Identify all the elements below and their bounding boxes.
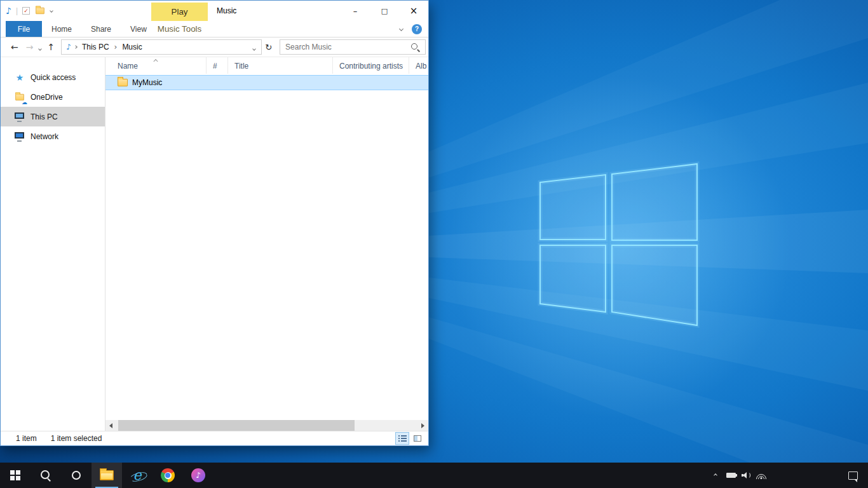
chevron-down-icon [50, 9, 53, 13]
status-bar: 1 item 1 item selected [1, 431, 428, 445]
sidebar-item-onedrive[interactable]: ☁ OneDrive [1, 87, 105, 107]
file-explorer-window: ♪ | ✓ Play Music – □ × File Home Share [0, 0, 429, 446]
triangle-right-icon [421, 423, 424, 428]
column-header-name[interactable]: Name [105, 57, 207, 74]
column-header-number[interactable]: # [207, 57, 228, 74]
navigation-pane: ★ Quick access ☁ OneDrive This PC Net [1, 57, 105, 431]
ribbon-tab-row: File Home Share View Music Tools ? [1, 21, 428, 37]
sidebar-item-label: Network [31, 132, 58, 141]
sort-ascending-icon [153, 59, 158, 64]
cortana-button[interactable] [61, 463, 92, 488]
item-count: 1 item [16, 434, 37, 443]
file-name: MyMusic [132, 78, 162, 87]
chevron-right-icon[interactable] [74, 45, 78, 49]
back-button[interactable]: ← [7, 41, 22, 53]
cortana-icon [72, 471, 81, 480]
windows-logo-icon [10, 470, 20, 480]
expand-ribbon-button[interactable] [398, 26, 404, 32]
address-bar[interactable]: ♪ This PC › Music [61, 39, 262, 55]
battery-button[interactable] [723, 463, 738, 488]
minimize-button[interactable]: – [341, 1, 370, 21]
system-tray [708, 463, 769, 488]
search-box[interactable] [280, 39, 426, 55]
chevron-down-icon [39, 47, 43, 51]
navigation-toolbar: ← → ↑ ♪ This PC › Music ↻ [1, 37, 428, 57]
horizontal-scrollbar[interactable] [105, 420, 428, 431]
search-icon [40, 470, 51, 481]
speaker-icon [741, 471, 752, 480]
chevron-down-icon [399, 27, 403, 31]
itunes-icon: ♪ [191, 468, 205, 482]
column-label: Contributing artists [339, 62, 403, 71]
search-input[interactable] [280, 43, 410, 51]
column-header-contributing-artists[interactable]: Contributing artists [333, 57, 409, 74]
tab-share[interactable]: Share [81, 21, 121, 37]
network-button[interactable] [754, 463, 769, 488]
internet-explorer-button[interactable]: e [122, 463, 153, 488]
start-button[interactable] [0, 463, 31, 488]
chevron-up-icon [714, 473, 717, 477]
internet-explorer-icon: e [133, 468, 141, 482]
chevron-down-icon [252, 47, 256, 51]
details-view-button[interactable] [395, 432, 409, 445]
up-button[interactable]: ↑ [43, 41, 58, 53]
scroll-right-button[interactable] [417, 420, 428, 431]
large-icons-view-button[interactable] [410, 432, 424, 445]
chrome-button[interactable] [153, 463, 183, 488]
file-list[interactable]: MyMusic [105, 74, 428, 420]
column-header-album[interactable]: Alb [409, 57, 428, 74]
forward-button[interactable]: → [22, 41, 37, 53]
tab-home[interactable]: Home [42, 21, 81, 37]
large-icons-view-icon [414, 435, 421, 442]
recent-locations-button[interactable] [37, 41, 43, 53]
window-title: Music [217, 1, 236, 21]
scrollbar-track[interactable] [116, 420, 417, 431]
scroll-left-button[interactable] [105, 420, 116, 431]
chrome-icon [161, 468, 175, 482]
window-body: ★ Quick access ☁ OneDrive This PC Net [1, 57, 428, 431]
maximize-button[interactable]: □ [370, 1, 399, 21]
scrollbar-thumb[interactable] [118, 420, 355, 431]
onedrive-icon: ☁ [15, 92, 25, 102]
taskbar-file-explorer-button[interactable] [92, 463, 122, 488]
music-note-icon: ♪ [6, 6, 11, 16]
file-list-pane: Name # Title Contributing artists Alb [105, 57, 428, 431]
breadcrumb-this-pc[interactable]: This PC [80, 41, 111, 53]
sidebar-item-quick-access[interactable]: ★ Quick access [1, 67, 105, 87]
file-explorer-icon [100, 470, 114, 480]
search-icon[interactable] [410, 43, 420, 52]
caption-buttons: – □ × [341, 1, 428, 21]
qat-separator: | [16, 6, 18, 15]
network-icon [15, 132, 25, 142]
wifi-icon [756, 472, 767, 479]
column-header-title[interactable]: Title [228, 57, 333, 74]
qat-properties-button[interactable]: ✓ [20, 6, 32, 16]
action-center-button[interactable] [840, 463, 865, 488]
tab-music-tools[interactable]: Music Tools [151, 21, 208, 37]
qat-customize-button[interactable] [48, 8, 55, 13]
details-view-icon [398, 435, 407, 442]
volume-button[interactable] [738, 463, 754, 488]
help-button[interactable]: ? [412, 24, 422, 34]
column-label: Alb [416, 62, 426, 71]
tab-file[interactable]: File [6, 21, 42, 37]
breadcrumb-separator[interactable]: › [114, 43, 118, 51]
itunes-button[interactable]: ♪ [183, 463, 214, 488]
breadcrumb-music[interactable]: Music [120, 41, 144, 53]
qat-new-folder-button[interactable] [32, 6, 48, 16]
column-label: Title [234, 62, 248, 71]
sidebar-item-this-pc[interactable]: This PC [1, 107, 105, 126]
taskbar-search-button[interactable] [31, 463, 61, 488]
contextual-tab-play[interactable]: Play [151, 3, 208, 21]
refresh-button[interactable]: ↻ [262, 41, 275, 53]
battery-icon [726, 473, 736, 478]
folder-icon [118, 79, 128, 86]
file-row-mymusic[interactable]: MyMusic [105, 75, 428, 90]
show-hidden-icons-button[interactable] [708, 463, 723, 488]
close-button[interactable]: × [399, 1, 428, 21]
taskbar: e ♪ [0, 463, 868, 488]
address-dropdown-button[interactable] [248, 40, 260, 54]
sidebar-item-label: Quick access [31, 73, 76, 82]
music-note-icon: ♪ [66, 43, 71, 51]
sidebar-item-network[interactable]: Network [1, 126, 105, 146]
